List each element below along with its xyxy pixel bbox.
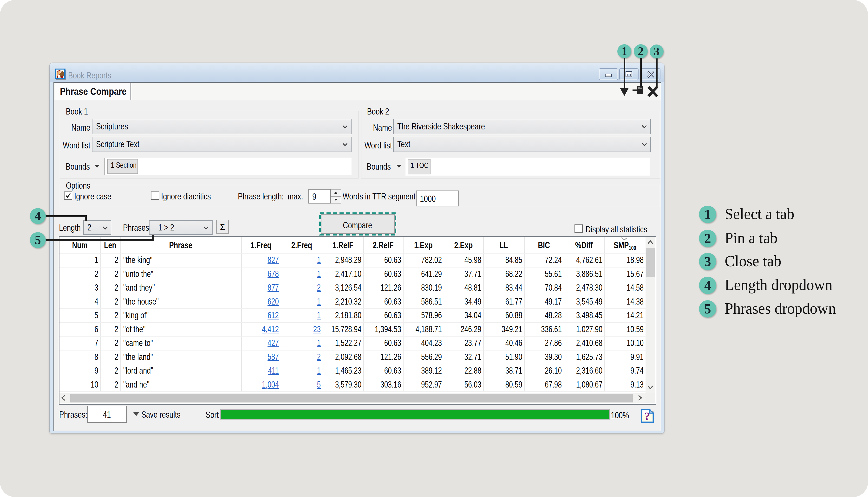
svg-text:?: ? <box>645 410 650 423</box>
